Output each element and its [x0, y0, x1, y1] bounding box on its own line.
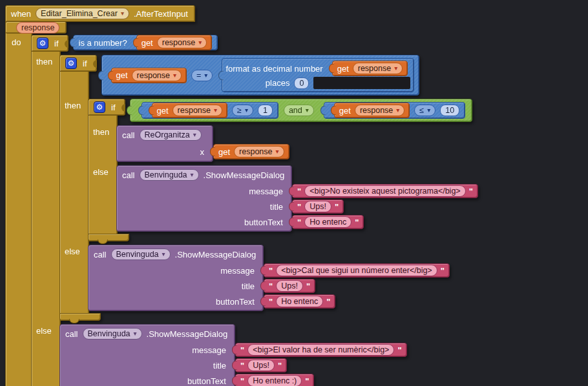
else-label: else	[31, 324, 59, 336]
mutator-icon[interactable]: ⚙	[65, 57, 77, 69]
number-value-1[interactable]: 1	[258, 105, 273, 116]
close-quote: "	[306, 281, 310, 291]
when-keyword: when	[11, 9, 31, 19]
arg-label-title: title	[117, 202, 288, 212]
show-message-dialog-block-2[interactable]: call Benvinguda ▾ .ShowMessageDialog mes…	[88, 245, 264, 311]
get-variable-block[interactable]: get response ▾	[136, 35, 213, 50]
if-block-2-bottom	[59, 313, 101, 321]
number-value-10[interactable]: 10	[440, 105, 459, 116]
string-value[interactable]: Ho entenc :)	[247, 375, 302, 386]
string-value[interactable]: Ups!	[247, 360, 275, 371]
gte-comparison-block[interactable]: get response ▾ ≥	[142, 102, 278, 119]
arg-label-title: title	[60, 361, 231, 371]
chevron-down-icon: ▾	[214, 107, 217, 114]
variable-dropdown[interactable]: response ▾	[132, 70, 182, 81]
call-reorganitza-block[interactable]: call ReOrganitza ▾ x	[116, 125, 213, 162]
get-label: get	[142, 38, 153, 48]
component-name: Benvinguda	[145, 170, 187, 179]
do-label: do	[5, 35, 31, 47]
is-a-number-label: is a number?	[79, 38, 127, 48]
string-value[interactable]: Ho entenc	[304, 216, 352, 228]
if-label: if	[111, 103, 116, 112]
if-label: if	[83, 59, 87, 68]
chevron-down-icon: ▾	[191, 172, 194, 178]
variable-name: response	[137, 71, 170, 80]
text-string-block[interactable]: " Ups! "	[292, 199, 344, 214]
format-as-decimal-block[interactable]: format as decimal number get response ▾	[222, 58, 414, 92]
string-value[interactable]: Ups!	[276, 280, 303, 292]
close-quote: "	[469, 187, 473, 196]
mutator-icon[interactable]: ⚙	[94, 101, 105, 113]
event-parameter-response[interactable]: response	[16, 22, 59, 34]
close-quote: "	[355, 218, 359, 227]
event-parameters-row: response	[5, 21, 67, 34]
variable-dropdown[interactable]: response ▾	[353, 63, 403, 74]
get-variable-block[interactable]: get response ▾	[111, 68, 187, 83]
equals-comparison-block[interactable]: get response ▾ = ▾	[101, 55, 420, 96]
get-label: get	[337, 64, 349, 74]
variable-dropdown[interactable]: response ▾	[173, 105, 222, 116]
text-string-block[interactable]: " Ho entenc "	[292, 215, 364, 229]
get-variable-block[interactable]: get response ▾	[152, 103, 228, 118]
component-dropdown[interactable]: Editar_Elimina_Crear ▾	[36, 8, 129, 19]
text-string-block[interactable]: " <big>El valor ha de ser numèric</big> …	[235, 343, 407, 357]
show-message-dialog-block-3[interactable]: call Benvinguda ▾ .ShowMessageDialog mes…	[59, 324, 235, 386]
text-string-block[interactable]: " <big>Cal que sigui un número enter</bi…	[264, 263, 450, 278]
when-event-block[interactable]: when Editar_Elimina_Crear ▾ .AfterTextIn…	[5, 5, 472, 386]
operator-dropdown[interactable]: ≤ ▾	[414, 105, 436, 116]
mutator-icon[interactable]: ⚙	[37, 37, 48, 49]
if-block-2[interactable]: ⚙ if get response ▾	[59, 55, 472, 321]
open-quote: "	[240, 376, 244, 386]
call-label: call	[65, 329, 78, 339]
if-block-1-header: ⚙ if	[31, 35, 68, 52]
if-block-3[interactable]: ⚙ if get response	[88, 99, 472, 241]
method-name: .ShowMessageDialog	[204, 170, 285, 180]
open-quote: "	[269, 281, 273, 291]
is-a-number-block[interactable]: is a number? get response ▾	[73, 35, 218, 50]
get-variable-block[interactable]: get response ▾	[334, 103, 410, 118]
string-value[interactable]: Ups!	[304, 201, 331, 212]
string-value[interactable]: <big>El valor ha de ser numèric</big>	[247, 344, 394, 356]
chevron-down-icon: ▾	[396, 107, 399, 114]
arg-label-title: title	[89, 281, 259, 291]
chevron-down-icon: ▾	[134, 330, 137, 337]
then-label: then	[59, 99, 88, 110]
show-message-dialog-block-1[interactable]: call Benvinguda ▾ .ShowMessageDialog	[116, 165, 292, 232]
get-label: get	[157, 106, 169, 116]
text-string-block[interactable]: " Ho entenc :) "	[235, 374, 314, 386]
operator-dropdown[interactable]: = ▾	[191, 70, 213, 81]
text-string-block[interactable]: " Ups! "	[235, 358, 287, 372]
and-logic-block[interactable]: get response ▾ ≥	[130, 99, 473, 122]
string-value[interactable]: Ho entenc	[276, 296, 323, 307]
variable-dropdown[interactable]: response ▾	[234, 146, 284, 157]
component-dropdown[interactable]: Benvinguda ▾	[83, 328, 142, 340]
variable-dropdown[interactable]: response ▾	[157, 37, 207, 48]
component-dropdown[interactable]: Benvinguda ▾	[111, 249, 171, 260]
get-label: get	[339, 106, 351, 116]
when-block-header: when Editar_Elimina_Crear ▾ .AfterTextIn…	[5, 5, 195, 22]
operator-equals: =	[196, 71, 201, 80]
if-block-1[interactable]: ⚙ if is a number? get response ▾	[31, 35, 472, 386]
format-as-decimal-label: format as decimal number	[226, 64, 322, 74]
and-label: and	[289, 106, 302, 115]
arg-label-buttontext: buttonText	[89, 297, 259, 307]
string-value[interactable]: <big>No existeix aquest pictograma</big>	[304, 185, 465, 197]
get-variable-block[interactable]: get response ▾	[332, 61, 408, 76]
text-string-block[interactable]: " <big>No existeix aquest pictograma</bi…	[292, 184, 478, 198]
operator-gte: ≥	[237, 106, 242, 115]
open-quote: "	[297, 202, 301, 212]
text-string-block[interactable]: " Ho entenc "	[264, 294, 335, 309]
component-dropdown[interactable]: Benvinguda ▾	[140, 169, 199, 181]
close-quote: "	[397, 345, 401, 355]
number-value-0[interactable]: 0	[294, 77, 309, 89]
open-quote: "	[297, 187, 301, 196]
variable-name: response	[178, 106, 211, 115]
string-value[interactable]: <big>Cal que sigui un número enter</big>	[276, 265, 437, 276]
procedure-dropdown[interactable]: ReOrganitza ▾	[140, 129, 202, 141]
variable-dropdown[interactable]: response ▾	[355, 105, 404, 116]
text-string-block[interactable]: " Ups! "	[264, 279, 315, 293]
and-dropdown[interactable]: and ▾	[284, 105, 314, 116]
operator-dropdown[interactable]: ≥ ▾	[232, 105, 253, 116]
get-variable-block[interactable]: get response ▾	[213, 144, 289, 159]
lte-comparison-block[interactable]: get response ▾ ≤	[324, 102, 465, 119]
